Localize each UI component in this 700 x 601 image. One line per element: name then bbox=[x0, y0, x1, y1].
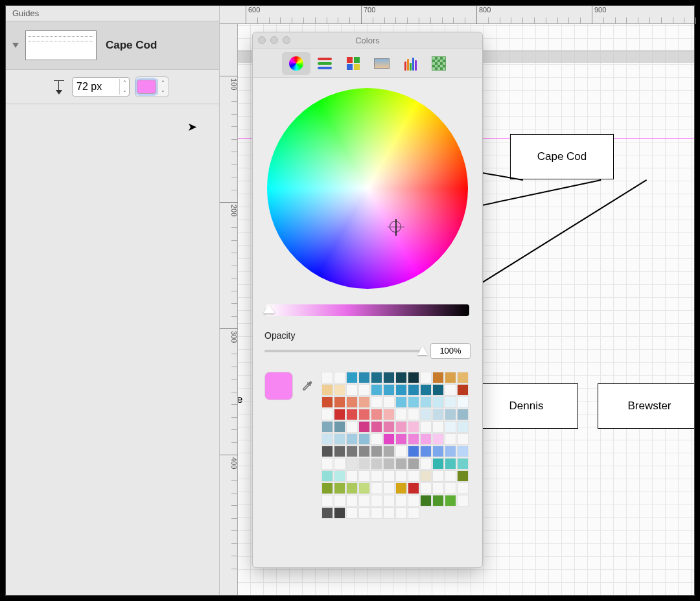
brightness-slider[interactable] bbox=[266, 304, 469, 316]
palette-swatch[interactable] bbox=[395, 446, 407, 457]
eyedropper-icon[interactable] bbox=[301, 380, 314, 392]
palette-swatch[interactable] bbox=[420, 409, 432, 420]
palette-swatch[interactable] bbox=[457, 409, 469, 420]
palette-swatch[interactable] bbox=[408, 409, 419, 420]
palette-swatch[interactable] bbox=[371, 446, 382, 457]
minimize-icon[interactable] bbox=[270, 36, 278, 44]
palette-swatch[interactable] bbox=[346, 470, 358, 482]
palette-swatch[interactable] bbox=[420, 458, 432, 470]
palette-swatch[interactable] bbox=[346, 446, 358, 457]
palette-swatch[interactable] bbox=[395, 495, 407, 506]
color-palette-grid[interactable] bbox=[321, 372, 469, 519]
palette-swatch[interactable] bbox=[334, 421, 345, 433]
palette-swatch[interactable] bbox=[321, 421, 333, 433]
canvas-node[interactable]: Brewster bbox=[598, 383, 694, 429]
palette-swatch[interactable] bbox=[420, 421, 432, 433]
ruler-horizontal[interactable]: 600700800900 bbox=[220, 6, 694, 24]
palette-swatch[interactable] bbox=[346, 507, 358, 519]
palette-swatch[interactable] bbox=[371, 372, 382, 383]
palette-swatch[interactable] bbox=[420, 396, 432, 408]
palette-swatch[interactable] bbox=[383, 372, 395, 383]
palette-swatch[interactable] bbox=[457, 495, 469, 506]
palette-swatch[interactable] bbox=[346, 409, 358, 420]
palette-swatch[interactable] bbox=[371, 384, 382, 396]
palette-swatch[interactable] bbox=[358, 470, 370, 482]
palette-swatch[interactable] bbox=[334, 433, 345, 445]
palette-swatch[interactable] bbox=[334, 458, 345, 470]
color-stepper[interactable]: ⌃⌄ bbox=[158, 79, 167, 95]
palette-swatch[interactable] bbox=[321, 507, 333, 519]
palette-swatch[interactable] bbox=[358, 409, 370, 420]
tab-image[interactable] bbox=[368, 52, 396, 75]
current-color-swatch[interactable] bbox=[264, 372, 293, 400]
colors-titlebar[interactable]: Colors bbox=[253, 32, 482, 49]
palette-swatch[interactable] bbox=[346, 433, 358, 445]
palette-swatch[interactable] bbox=[346, 421, 358, 433]
tab-pattern[interactable] bbox=[425, 52, 453, 75]
palette-swatch[interactable] bbox=[321, 482, 333, 494]
guide-thumbnail[interactable] bbox=[25, 30, 97, 60]
palette-swatch[interactable] bbox=[432, 433, 444, 445]
palette-swatch[interactable] bbox=[321, 433, 333, 445]
palette-swatch[interactable] bbox=[445, 396, 456, 408]
palette-swatch[interactable] bbox=[432, 396, 444, 408]
palette-swatch[interactable] bbox=[358, 372, 370, 383]
canvas-node[interactable]: Cape Cod bbox=[510, 134, 614, 179]
palette-swatch[interactable] bbox=[383, 458, 395, 470]
palette-swatch[interactable] bbox=[395, 409, 407, 420]
palette-swatch[interactable] bbox=[408, 384, 419, 396]
palette-swatch[interactable] bbox=[334, 409, 345, 420]
palette-swatch[interactable] bbox=[383, 482, 395, 494]
palette-swatch[interactable] bbox=[334, 384, 345, 396]
palette-swatch[interactable] bbox=[432, 372, 444, 383]
palette-swatch[interactable] bbox=[408, 495, 419, 506]
palette-swatch[interactable] bbox=[432, 384, 444, 396]
palette-swatch[interactable] bbox=[457, 470, 469, 482]
offset-input-wrap[interactable]: ⌃⌄ bbox=[72, 77, 130, 96]
palette-swatch[interactable] bbox=[432, 495, 444, 506]
palette-swatch[interactable] bbox=[358, 421, 370, 433]
palette-swatch[interactable] bbox=[395, 372, 407, 383]
palette-swatch[interactable] bbox=[371, 409, 382, 420]
guide-row[interactable]: Cape Cod bbox=[6, 21, 219, 70]
palette-swatch[interactable] bbox=[358, 482, 370, 494]
palette-swatch[interactable] bbox=[334, 482, 345, 494]
palette-swatch[interactable] bbox=[445, 421, 456, 433]
palette-swatch[interactable] bbox=[395, 458, 407, 470]
palette-swatch[interactable] bbox=[334, 396, 345, 408]
close-icon[interactable] bbox=[258, 36, 266, 44]
palette-swatch[interactable] bbox=[432, 409, 444, 420]
guide-color-well-wrap[interactable]: ⌃⌄ bbox=[135, 76, 169, 97]
palette-swatch[interactable] bbox=[432, 458, 444, 470]
palette-swatch[interactable] bbox=[445, 409, 456, 420]
palette-swatch[interactable] bbox=[346, 458, 358, 470]
palette-swatch[interactable] bbox=[334, 495, 345, 506]
stepper-up-icon[interactable]: ⌃ bbox=[120, 79, 129, 87]
colors-popup[interactable]: Colors Opacity 100% bbox=[252, 32, 483, 568]
palette-swatch[interactable] bbox=[383, 384, 395, 396]
palette-swatch[interactable] bbox=[445, 433, 456, 445]
offset-input[interactable] bbox=[73, 81, 119, 93]
palette-swatch[interactable] bbox=[395, 396, 407, 408]
palette-swatch[interactable] bbox=[432, 470, 444, 482]
palette-swatch[interactable] bbox=[321, 372, 333, 383]
palette-swatch[interactable] bbox=[408, 396, 419, 408]
offset-stepper[interactable]: ⌃⌄ bbox=[119, 79, 129, 95]
palette-swatch[interactable] bbox=[432, 482, 444, 494]
palette-swatch[interactable] bbox=[420, 372, 432, 383]
palette-swatch[interactable] bbox=[371, 396, 382, 408]
palette-swatch[interactable] bbox=[445, 446, 456, 457]
palette-swatch[interactable] bbox=[445, 372, 456, 383]
disclosure-triangle-icon[interactable] bbox=[12, 43, 19, 48]
palette-swatch[interactable] bbox=[383, 446, 395, 457]
palette-swatch[interactable] bbox=[408, 470, 419, 482]
color-wheel[interactable] bbox=[267, 88, 468, 289]
palette-swatch[interactable] bbox=[420, 446, 432, 457]
brightness-thumb[interactable] bbox=[263, 304, 275, 313]
palette-swatch[interactable] bbox=[334, 507, 345, 519]
palette-swatch[interactable] bbox=[321, 495, 333, 506]
palette-swatch[interactable] bbox=[420, 470, 432, 482]
tab-palettes[interactable] bbox=[339, 52, 368, 75]
palette-swatch[interactable] bbox=[395, 507, 407, 519]
palette-swatch[interactable] bbox=[457, 446, 469, 457]
